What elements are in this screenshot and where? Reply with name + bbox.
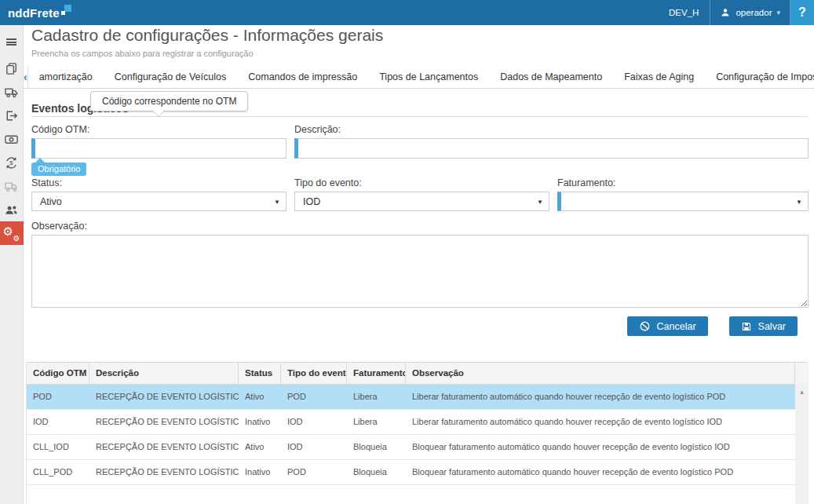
cell-faturamento: Bloqueia xyxy=(347,460,406,484)
sidebar-item-truck-gear[interactable] xyxy=(0,174,24,198)
copy-icon xyxy=(4,61,19,76)
cancel-icon xyxy=(639,320,651,332)
cell-tipo-do-evento: POD xyxy=(281,385,347,409)
app-window: nddFrete DEV_H operador ▾ ? xyxy=(0,0,814,504)
sidebar-item-copy[interactable] xyxy=(0,57,24,80)
topbar-right: DEV_H operador ▾ ? xyxy=(658,0,814,25)
table-row[interactable]: CLL_IOD RECEPÇÃO DE EVENTO LOGÍSTICO Ati… xyxy=(27,435,809,460)
cell-codigo-otm: POD xyxy=(27,385,89,409)
codigo-otm-input[interactable] xyxy=(31,138,287,159)
faturamento-label: Faturamento: xyxy=(557,177,809,188)
sidebar-item-truck[interactable] xyxy=(0,80,24,104)
cell-observacao: Liberar faturamento automático quando ho… xyxy=(406,410,809,434)
column-header-tipo-do-evento: Tipo do evento xyxy=(281,363,347,384)
truck-gear-icon xyxy=(4,179,19,194)
page-subtitle: Preencha os campos abaixo para registrar… xyxy=(31,49,254,58)
column-header-scroll-spacer xyxy=(795,363,809,384)
chevron-down-icon: ▾ xyxy=(776,9,780,16)
events-table: Código OTM Descrição Status Tipo do even… xyxy=(26,362,809,504)
descricao-label: Descrição: xyxy=(294,124,809,135)
table-scrollbar[interactable]: ▲ xyxy=(795,384,809,504)
sidebar-item-settings[interactable]: ⚙ ⚙ xyxy=(0,221,24,245)
banknote-icon xyxy=(4,132,19,147)
cell-status: Ativo xyxy=(239,435,281,459)
tab-dados-de-mapeamento[interactable]: Dados de Mapeamento xyxy=(489,66,613,88)
brand-text: nddFrete xyxy=(8,6,60,20)
users-icon xyxy=(4,203,19,217)
status-select[interactable]: Ativo xyxy=(31,192,287,211)
sidebar-item-banknote[interactable] xyxy=(0,127,24,151)
cell-descricao: RECEPÇÃO DE EVENTO LOGÍSTICO xyxy=(89,410,239,434)
table-row[interactable]: IOD RECEPÇÃO DE EVENTO LOGÍSTICO Inativo… xyxy=(27,410,809,435)
save-button[interactable]: Salvar xyxy=(729,316,798,336)
help-button[interactable]: ? xyxy=(790,0,814,25)
field-tooltip: Código correspondente no OTM xyxy=(90,91,248,111)
observacao-label: Observação: xyxy=(31,221,809,232)
codigo-otm-label: Código OTM: xyxy=(31,124,287,135)
top-bar: nddFrete DEV_H operador ▾ ? xyxy=(0,0,814,25)
cell-status: Ativo xyxy=(239,385,281,409)
cell-faturamento: Libera xyxy=(347,385,406,409)
save-icon xyxy=(741,321,752,332)
cell-codigo-otm: CLL_POD xyxy=(27,460,89,484)
cell-observacao: Bloquear faturamento automático quando h… xyxy=(406,435,809,459)
sidebar-item-export[interactable] xyxy=(0,104,24,127)
field-descricao: Descrição: xyxy=(294,124,809,159)
tab-configuracao-de-veiculos[interactable]: Configuração de Veículos xyxy=(104,66,237,88)
sidebar: $ ⚙ ⚙ xyxy=(0,25,24,504)
cell-status: Inativo xyxy=(239,410,281,434)
chevron-left-icon: ‹ xyxy=(24,71,27,83)
tab-configuracao-de-impostos[interactable]: Configuração de Impostos xyxy=(705,66,814,88)
column-header-observacao: Observação xyxy=(406,363,795,384)
cancel-button[interactable]: Cancelar xyxy=(627,316,708,336)
cell-observacao: Liberar faturamento automático quando ho… xyxy=(406,385,809,409)
field-codigo-otm: Código OTM: xyxy=(31,124,287,159)
table-body: POD RECEPÇÃO DE EVENTO LOGÍSTICO Ativo P… xyxy=(27,385,809,485)
truck-icon xyxy=(4,85,19,100)
field-faturamento: Faturamento: ▼ xyxy=(557,177,809,211)
menu-icon xyxy=(6,38,16,46)
money-exchange-icon: $ xyxy=(4,155,19,170)
cell-descricao: RECEPÇÃO DE EVENTO LOGÍSTICO xyxy=(89,435,239,459)
gears-icon: ⚙ ⚙ xyxy=(4,225,20,241)
user-icon xyxy=(720,7,731,18)
sidebar-item-users[interactable] xyxy=(0,198,24,221)
table-row[interactable]: POD RECEPÇÃO DE EVENTO LOGÍSTICO Ativo P… xyxy=(27,385,809,410)
tab-amortizacao[interactable]: amortização xyxy=(28,66,104,88)
table-header: Código OTM Descrição Status Tipo do even… xyxy=(27,363,809,385)
environment-label: DEV_H xyxy=(658,0,710,25)
cell-codigo-otm: CLL_IOD xyxy=(27,435,89,459)
tab-bar: ‹ amortização Configuração de Veículos C… xyxy=(24,66,814,89)
brand-logo: nddFrete xyxy=(0,6,71,20)
field-status: Status: Ativo ▼ xyxy=(31,177,287,211)
section-divider xyxy=(31,116,809,117)
tab-comandos-de-impressao[interactable]: Comandos de impressão xyxy=(237,66,368,88)
cell-tipo-do-evento: IOD xyxy=(281,410,347,434)
cancel-label: Cancelar xyxy=(657,321,696,332)
cell-faturamento: Libera xyxy=(347,410,406,434)
sidebar-item-menu[interactable] xyxy=(0,30,24,53)
user-menu[interactable]: operador ▾ xyxy=(710,0,790,25)
tab-faixas-de-aging[interactable]: Faixas de Aging xyxy=(613,66,705,88)
cell-descricao: RECEPÇÃO DE EVENTO LOGÍSTICO xyxy=(89,460,239,484)
cell-codigo-otm: IOD xyxy=(27,410,89,434)
cell-observacao: Bloquear faturamento automático quando h… xyxy=(406,460,809,484)
tipo-evento-select[interactable]: IOD xyxy=(294,192,549,211)
table-row[interactable]: CLL_POD RECEPÇÃO DE EVENTO LOGÍSTICO Ina… xyxy=(27,460,809,485)
svg-text:$: $ xyxy=(9,159,13,166)
observacao-textarea[interactable] xyxy=(31,235,809,308)
cell-tipo-do-evento: IOD xyxy=(281,435,347,459)
tooltip-text: Código correspondente no OTM xyxy=(102,96,236,107)
faturamento-select[interactable] xyxy=(557,192,809,211)
descricao-input[interactable] xyxy=(294,138,809,159)
column-header-status: Status xyxy=(239,363,281,384)
save-label: Salvar xyxy=(758,321,786,332)
status-label: Status: xyxy=(31,177,287,188)
sidebar-item-money-exchange[interactable]: $ xyxy=(0,151,24,174)
cell-faturamento: Bloqueia xyxy=(347,435,406,459)
cell-status: Inativo xyxy=(239,460,281,484)
column-header-codigo-otm: Código OTM xyxy=(27,363,89,384)
required-badge: Obrigatório xyxy=(31,163,86,176)
tab-tipos-de-lancamentos[interactable]: Tipos de Lançamentos xyxy=(368,66,489,88)
field-observacao: Observação: xyxy=(31,221,809,311)
